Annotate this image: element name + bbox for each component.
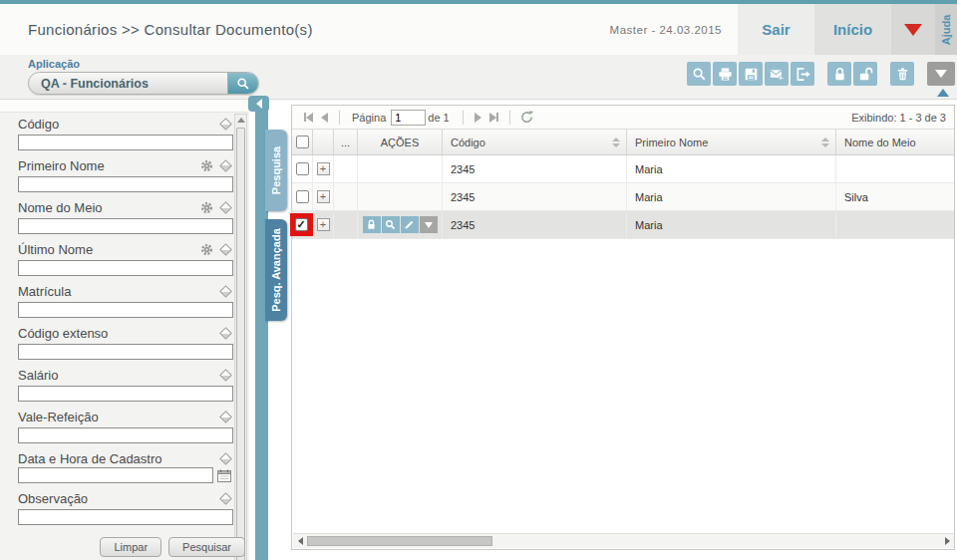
ajuda-tab[interactable]: Ajuda [935,4,957,55]
first-page-button[interactable] [304,113,313,123]
table-row-selected[interactable]: 2345 Maria [292,211,954,239]
row-view-button[interactable] [382,216,400,233]
scrollbar-thumb[interactable] [236,128,245,560]
tab-pesq-avancada-label: Pesq. Avançada [270,228,282,312]
caret-down-icon [935,70,947,78]
nome-do-meio-input[interactable] [18,218,233,234]
clear-field-icon[interactable] [219,411,232,423]
row-edit-button[interactable] [401,216,419,233]
header-codigo[interactable]: Código [443,130,627,154]
application-search-button[interactable] [227,72,258,95]
field-data-cadastro: Data e Hora de Cadastro [18,450,233,483]
field-matricula: Matrícula [18,283,233,318]
scrollbar-thumb[interactable] [307,536,492,546]
sort-icon[interactable] [821,138,829,147]
row-checkbox[interactable] [296,162,309,175]
field-observacao: Observação [18,490,233,525]
vale-refeicao-input[interactable] [18,427,233,443]
expand-row-icon[interactable] [317,162,330,175]
lock-icon [832,67,847,82]
codigo-extenso-input[interactable] [18,344,233,360]
export-button[interactable] [791,62,814,86]
header-expand-cell [313,130,334,154]
cell-primeiro-nome: Maria [627,183,836,210]
clear-field-icon[interactable] [219,327,232,340]
last-page-button[interactable] [489,113,498,123]
field-label: Primeiro Nome [18,158,105,173]
clear-field-icon[interactable] [219,285,232,298]
sair-button[interactable]: Sair [738,4,814,55]
header-primeiro-nome[interactable]: Primeiro Nome [627,130,836,154]
collapse-panel-button[interactable] [248,96,269,112]
search-icon [692,67,707,82]
red-caret-down-icon [904,24,922,36]
row-checkbox[interactable] [296,190,309,203]
select-all-checkbox[interactable] [296,136,309,148]
pesquisar-button[interactable]: Pesquisar [168,537,245,557]
page-label: Página [352,112,386,124]
prev-page-button[interactable] [321,113,328,123]
menu-caret-button[interactable] [891,4,935,55]
scroll-right-icon[interactable] [940,534,954,548]
expand-row-icon[interactable] [317,218,330,231]
lock-button[interactable] [827,62,851,86]
application-select[interactable]: QA - Funcionários [28,72,259,95]
field-salario: Salário [18,367,233,402]
print-icon [718,67,733,82]
data-cadastro-input[interactable] [18,467,213,483]
salario-input[interactable] [18,386,233,402]
calendar-icon[interactable] [217,469,231,482]
table-row[interactable]: 2345 Maria Silva [292,183,954,211]
gear-icon[interactable] [200,243,213,256]
collapse-up-icon[interactable] [937,89,949,97]
clear-field-icon[interactable] [219,243,232,256]
inicio-button[interactable]: Início [814,4,891,55]
clear-field-icon[interactable] [219,118,232,131]
tab-pesq-avancada[interactable]: Pesq. Avançada [265,219,287,321]
search-button[interactable] [687,62,711,86]
tab-pesquisa[interactable]: Pesquisa [265,130,287,211]
header-nome-do-meio[interactable]: Nome do Meio [836,130,954,154]
limpar-button[interactable]: Limpar [100,537,161,557]
observacao-input[interactable] [18,509,233,525]
print-button[interactable] [713,62,737,86]
ultimo-nome-input[interactable] [18,260,233,276]
scroll-up-icon[interactable] [235,115,246,126]
header-checkbox-cell [292,130,313,154]
save-button[interactable] [739,62,763,86]
trash-button[interactable] [890,62,914,86]
clear-field-icon[interactable] [219,159,232,172]
codigo-input[interactable] [18,135,233,150]
search-fields: Código Primeiro Nome Nome do Meio [18,116,233,532]
sort-icon[interactable] [612,138,620,147]
horizontal-scrollbar[interactable] [293,533,954,548]
mail-button[interactable] [765,62,789,86]
cell-primeiro-nome: Maria [627,211,836,238]
field-label: Código extenso [18,326,108,341]
expand-row-icon[interactable] [317,190,330,203]
sidebar-scrollbar[interactable] [234,114,247,560]
next-page-button[interactable] [475,113,481,123]
scroll-left-icon[interactable] [293,534,307,548]
unlock-icon [858,67,873,82]
gear-icon[interactable] [200,159,213,172]
cell-nome-do-meio [836,155,954,182]
clear-field-icon[interactable] [219,369,232,382]
clear-field-icon[interactable] [219,452,232,465]
primeiro-nome-input[interactable] [18,176,233,192]
user-date-label: Master - 24.03.2015 [610,24,738,36]
clear-field-icon[interactable] [219,201,232,214]
more-actions-button[interactable] [927,62,955,86]
clear-field-icon[interactable] [219,492,232,505]
unlock-button[interactable] [853,62,877,86]
matricula-input[interactable] [18,302,233,318]
row-more-button[interactable] [420,216,438,233]
gear-icon[interactable] [200,201,213,214]
cell-nome-do-meio [836,211,954,238]
row-checkbox-checked[interactable] [295,218,308,231]
row-lock-button[interactable] [363,216,381,233]
refresh-button[interactable] [519,110,534,125]
showing-count: Exibindo: 1 - 3 de 3 [851,112,946,124]
table-row[interactable]: 2345 Maria [292,155,954,183]
page-number-input[interactable] [391,110,426,126]
